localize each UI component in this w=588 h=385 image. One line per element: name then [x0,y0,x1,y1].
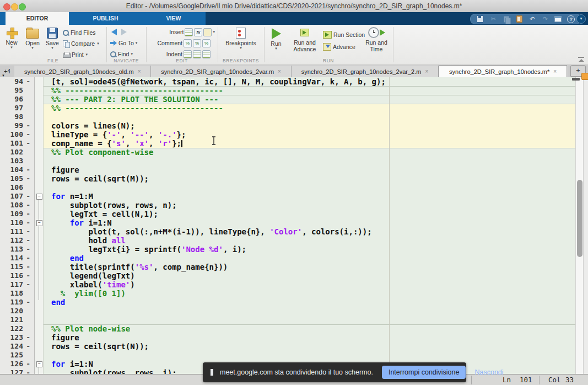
gutter-line[interactable]: 96 [0,95,34,104]
close-tab-icon[interactable]: × [425,68,428,74]
close-tab-icon[interactable]: × [553,68,557,74]
code-line[interactable] [44,307,575,316]
gutter-line[interactable]: 119- [0,298,34,307]
code-line[interactable]: legTxt = cell(N,1); [44,210,575,218]
compare-button[interactable]: Compare ▾ [63,39,99,48]
code-line[interactable]: figure [44,333,575,342]
code-line[interactable] [44,113,575,121]
new-button[interactable]: New ▾ [2,27,21,49]
gutter-line[interactable]: 100- [0,130,34,139]
fold-collapse-icon[interactable]: − [36,220,42,226]
editor-splitter-handle[interactable] [572,78,580,81]
code-line[interactable]: subplot(rows, rows, n); [44,201,575,210]
indent-left-icon[interactable] [202,50,211,58]
paste-icon[interactable] [515,15,523,23]
code-line[interactable]: % ylim([0 1]) [44,289,575,298]
gutter-line[interactable]: 104- [0,165,34,174]
vertical-scrollbar[interactable] [575,77,584,374]
run-button[interactable]: Run ▾ [267,27,285,50]
code-line[interactable]: hold all [44,236,575,245]
code-editor[interactable]: 94-9596979899-100-101-102103104-105-1061… [0,77,588,374]
code-line[interactable]: plot(t, sol(:,n+M*(i-1)), lineType{n}, '… [44,227,575,236]
breakpoints-dropdown-icon[interactable]: ▾ [223,46,259,50]
code-line[interactable]: %% Plot node-wise [44,324,575,333]
tab-view[interactable]: VIEW [142,12,205,25]
gutter-line[interactable]: 122 [0,324,34,333]
tab-editor[interactable]: EDITOR [6,12,69,25]
find-button[interactable]: Find ▾ [110,50,133,58]
code-line[interactable]: %% ---------------------------------- [44,104,575,113]
gutter-line[interactable]: 125 [0,351,34,360]
file-tab[interactable]: synchro_2D_SIR_graph_10nodes_2var_2.m× [292,66,439,77]
run-and-time-button[interactable]: Run and Time [363,27,390,52]
tab-overflow-indicator[interactable]: +4 ▼ [0,68,14,77]
file-tab[interactable]: synchro_2D_SIR_graph_10nodes_old.m× [14,66,151,77]
advance-button[interactable]: Advance [323,42,355,51]
comment-block-icon[interactable]: % [193,39,201,47]
fold-collapse-icon[interactable]: − [36,194,42,200]
uncomment-icon[interactable]: % [202,39,211,47]
insert-block-icon[interactable] [203,28,212,36]
save-icon[interactable] [477,15,484,23]
file-tab[interactable]: synchro_2D_SIR_graph_10nodes.m*× [439,65,567,77]
help-icon[interactable]: ? [567,15,575,23]
code-line[interactable] [44,157,575,165]
copy-icon[interactable] [503,15,510,23]
gutter-line[interactable]: 101- [0,139,34,148]
print-dropdown-icon[interactable]: ▾ [86,53,88,56]
code-line[interactable]: title(sprintf('%s', comp_name{n})) [44,263,575,271]
comment-icon[interactable]: % [184,39,192,47]
toolbar-options-icon[interactable]: ▾ [576,14,586,24]
gutter-line[interactable]: 127- [0,368,34,374]
code-line[interactable] [44,316,575,324]
redo-icon[interactable]: ↷ [541,15,549,23]
undo-icon[interactable]: ↶ [528,15,536,23]
code-line[interactable]: xlabel('time') [44,280,575,289]
gutter-line[interactable]: 112- [0,236,34,245]
open-button[interactable]: Open ▾ [23,27,42,50]
gutter-line[interactable]: 111- [0,227,34,236]
stop-sharing-button[interactable]: Interrompi condivisione [382,366,466,379]
run-section-button[interactable]: Run Section [323,30,365,39]
insert-section-icon[interactable] [185,28,193,36]
close-tab-icon[interactable]: × [278,68,281,74]
new-dropdown-icon[interactable]: ▾ [2,46,21,49]
scrollbar-thumb[interactable] [577,180,582,257]
indent-right-icon[interactable] [193,50,201,58]
line-number-gutter[interactable]: 94-9596979899-100-101-102103104-105-1061… [0,77,35,374]
code-line[interactable]: [t, sol]=ode45(@fNetwork, tspan, ic, [],… [44,77,575,86]
gutter-line[interactable]: 124- [0,342,34,351]
code-fold-column[interactable]: −−− [35,77,44,374]
compare-dropdown-icon[interactable]: ▾ [97,42,99,45]
gutter-line[interactable]: 103 [0,157,34,165]
gutter-line[interactable]: 99- [0,121,34,130]
gutter-line[interactable]: 102 [0,148,34,157]
gutter-line[interactable]: 110- [0,218,34,227]
gutter-line[interactable]: 113- [0,245,34,254]
code-line[interactable]: legend(legTxt) [44,271,575,280]
gutter-line[interactable]: 126- [0,360,34,368]
go-to-dropdown-icon[interactable]: ▾ [136,41,138,45]
insert-function-icon[interactable]: fx [194,28,202,36]
code-area[interactable]: [t, sol]=ode45(@fNetwork, tspan, ic, [],… [44,77,575,374]
gutter-line[interactable]: 105- [0,174,34,183]
tab-publish[interactable]: PUBLISH [69,12,142,25]
find-files-button[interactable]: Find Files [63,28,96,37]
breakpoints-button[interactable]: Breakpoints ▾ [223,27,259,50]
gutter-line[interactable]: 95 [0,86,34,95]
code-line[interactable]: rows = ceil(sqrt(M)); [44,174,575,183]
gutter-line[interactable]: 97 [0,104,34,113]
switch-window-icon[interactable] [554,15,562,23]
gutter-line[interactable]: 118 [0,289,34,298]
gutter-line[interactable]: 115- [0,263,34,271]
code-line[interactable] [44,183,575,192]
code-line[interactable]: colors = lines(N); [44,121,575,130]
code-line[interactable]: for n=1:M [44,192,575,201]
gutter-line[interactable]: 123- [0,333,34,342]
gutter-line[interactable]: 98 [0,113,34,121]
forward-icon[interactable] [121,29,127,35]
smart-indent-icon[interactable] [184,50,192,58]
code-line[interactable]: rows = ceil(sqrt(N)); [44,342,575,351]
gutter-line[interactable]: 108- [0,201,34,210]
run-and-advance-button[interactable]: Run and Advance [290,27,320,52]
